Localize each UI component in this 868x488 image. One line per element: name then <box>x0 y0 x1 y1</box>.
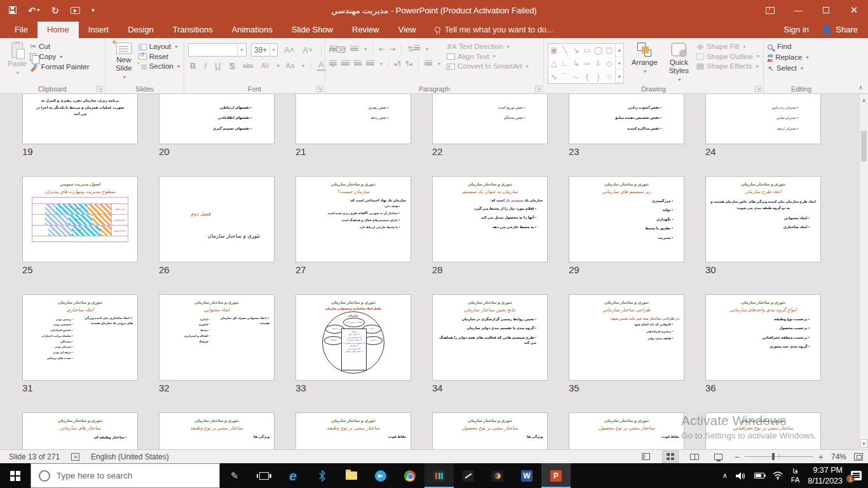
align-text-button[interactable]: Align Text▾ <box>447 53 529 61</box>
reset-button[interactable]: Reset <box>139 53 180 61</box>
font-dialog-launcher[interactable]: ↘ <box>316 86 323 92</box>
align-left-button[interactable] <box>329 60 337 67</box>
paragraph-dialog-launcher[interactable]: ↘ <box>535 86 541 92</box>
brace-left-shape-icon[interactable]: { <box>586 73 588 81</box>
grow-font-button[interactable]: A˄ <box>282 45 296 55</box>
zoom-percentage[interactable]: 74% <box>831 452 846 461</box>
vertical-scrollbar[interactable]: ▲ ▼ <box>859 94 868 449</box>
taskbar-search-box[interactable]: Type here to search <box>31 463 220 488</box>
undo-dropdown-icon[interactable]: ▾ <box>37 8 40 13</box>
taskbar-edge-button[interactable]: e <box>278 463 308 488</box>
text-shadow-button[interactable]: S <box>227 61 236 71</box>
underline-button[interactable]: U <box>213 61 222 71</box>
wifi-icon[interactable] <box>773 471 783 480</box>
taskbar-file-explorer-button[interactable] <box>337 463 366 488</box>
close-button[interactable]: ✕ <box>840 0 868 20</box>
slide-thumbnail[interactable]: فصل دومتئوری و ساختار سازمان <box>159 176 275 262</box>
drawing-dialog-launcher[interactable]: ↘ <box>755 86 761 92</box>
shape-outline-button[interactable]: Shape Outline▾ <box>696 53 759 61</box>
notification-center-icon[interactable]: 1 <box>851 471 862 480</box>
customize-qat-button[interactable]: ▾ <box>92 8 95 13</box>
find-button[interactable]: Find <box>768 43 808 51</box>
slide-thumbnail[interactable]: تئوري و ساختار سازمانابعاد ساختاریابعاد … <box>22 294 138 381</box>
zoom-in-button[interactable]: + <box>818 452 824 461</box>
slide-thumbnail[interactable]: تئوري و ساختار سازمانساختار های سازمانیس… <box>22 412 138 449</box>
slide-thumbnail[interactable]: نقش رهبرينقش رابط <box>295 94 411 144</box>
start-button[interactable] <box>0 463 31 488</box>
format-painter-button[interactable]: Format Painter <box>30 64 89 72</box>
ribbon-display-options-button[interactable] <box>756 0 784 20</box>
taskbar-media-player-button[interactable] <box>424 463 454 488</box>
elbow-shape-icon[interactable]: ∟ <box>561 60 569 67</box>
font-size-combo[interactable]: 38+▾ <box>251 43 278 57</box>
slide-thumbnail[interactable]: مديران رده پايينمديران ميانيمديران ارشد <box>705 94 821 144</box>
taskbar-dictate-button[interactable]: ✎ <box>220 463 249 488</box>
tab-home[interactable]: Home <box>37 22 79 38</box>
brace-right-shape-icon[interactable]: } <box>597 73 600 81</box>
curve-shape-icon[interactable]: ～ <box>573 73 580 81</box>
slide-thumbnail[interactable]: تئوري و ساختار سازماننتايج تعيين ساختار … <box>432 294 548 381</box>
shape-fill-button[interactable]: Shape Fill▾ <box>696 43 759 51</box>
slide-thumbnail[interactable]: اصول مديريت عموميسطوح مديريت ومهارت هاي … <box>22 176 138 262</box>
sign-in-link[interactable]: Sign in <box>783 25 809 34</box>
slide-thumbnail[interactable]: برنامه ريزي، سازمان دهي، رهبري و كنترل ب… <box>22 94 138 144</box>
taskbar-bluetooth-button[interactable] <box>308 463 337 488</box>
triangle-shape-icon[interactable]: △ <box>551 60 557 67</box>
language-indicator[interactable]: English (United States) <box>91 452 169 461</box>
normal-view-button[interactable] <box>638 451 654 463</box>
change-case-button[interactable]: Aa <box>284 62 296 69</box>
tab-animations[interactable]: Animations <box>222 22 282 38</box>
redo-button[interactable]: ↻ <box>51 6 60 15</box>
slide-sorter-view-button[interactable] <box>662 451 679 463</box>
text-box-shape-icon[interactable]: ▣ <box>550 46 557 54</box>
freeform-shape-icon[interactable]: ◇ <box>606 60 612 67</box>
font-name-combo[interactable]: ▾ <box>188 43 247 57</box>
volume-icon[interactable] <box>736 471 746 480</box>
scroll-down-arrow[interactable]: ▼ <box>860 439 867 448</box>
decrease-indent-button[interactable]: ⇤ <box>379 44 385 53</box>
rtl-direction-button[interactable]: ¶◂ <box>405 60 412 67</box>
select-button[interactable]: ↖Select▾ <box>768 65 808 72</box>
increase-indent-button[interactable]: ⇥ <box>390 44 396 53</box>
fit-slide-button[interactable] <box>854 453 863 461</box>
slide-thumbnail[interactable]: تئوري و ساختار سازمانزير سيستم هاي سازما… <box>569 176 684 262</box>
elbow-arrow-shape-icon[interactable]: ↳ <box>573 60 580 67</box>
cut-button[interactable]: ✂Cut <box>30 43 89 51</box>
start-presentation-button[interactable] <box>71 7 80 14</box>
line-shape-icon[interactable]: ╲ <box>563 46 567 54</box>
star-shape-icon[interactable]: ☆ <box>606 73 613 81</box>
slide-thumbnail[interactable]: نقش توزيع كنندهنقش سخنگو <box>432 94 548 144</box>
rectangle-shape-icon[interactable]: ▭ <box>583 46 590 54</box>
save-button[interactable] <box>9 6 17 14</box>
scribble-shape-icon[interactable]: ∿ <box>551 73 557 81</box>
clipboard-dialog-launcher[interactable]: ↘ <box>97 86 103 92</box>
minimize-button[interactable]: — <box>784 0 812 20</box>
rounded-rectangle-shape-icon[interactable]: ▢ <box>606 46 613 54</box>
battery-icon[interactable] <box>754 473 764 478</box>
align-center-button[interactable] <box>341 60 349 67</box>
arc-shape-icon[interactable]: ⌒ <box>561 73 569 81</box>
bullets-button[interactable] <box>329 46 337 52</box>
character-spacing-button[interactable]: AV <box>259 62 271 69</box>
zoom-out-button[interactable]: − <box>735 452 740 461</box>
tab-insert[interactable]: Insert <box>79 22 119 38</box>
slide-thumbnail[interactable]: تئوري و ساختار سازمانطراحي ساختار سازمان… <box>569 294 684 381</box>
layout-button[interactable]: Layout▾ <box>139 43 180 51</box>
font-color-button[interactable]: A <box>316 60 326 71</box>
taskbar-clock[interactable]: 9:37 PM 8/11/2023 <box>808 465 843 487</box>
line-spacing-button[interactable]: ⇅ <box>407 44 420 53</box>
columns-button[interactable] <box>424 60 432 67</box>
shape-effects-button[interactable]: Shape Effects▾ <box>696 63 759 71</box>
slide-thumbnail[interactable]: تئوري و ساختار سازمانساختار مبتني بر نوع… <box>295 412 411 449</box>
slide-thumbnail[interactable]: نقش آشوب زدايينقش تخصيص دهنده منابعنقش م… <box>569 94 684 144</box>
taskbar-word-button[interactable]: W <box>512 463 541 488</box>
zoom-slider-thumb[interactable] <box>772 453 775 460</box>
taskbar-photoshop-button[interactable] <box>454 463 483 488</box>
language-switcher[interactable]: فا FA <box>791 467 799 485</box>
align-right-button[interactable] <box>354 60 362 67</box>
taskbar-telegram-button[interactable] <box>366 463 395 488</box>
quick-styles-button[interactable]: Quick Styles▾ <box>661 41 696 85</box>
slide-thumbnail[interactable]: تئوري و ساختار سازمانساختار مبتني بر نوع… <box>159 412 275 449</box>
arrange-button[interactable]: Arrange▾ <box>628 41 661 76</box>
collapse-ribbon-button[interactable]: ∧ <box>858 84 863 91</box>
